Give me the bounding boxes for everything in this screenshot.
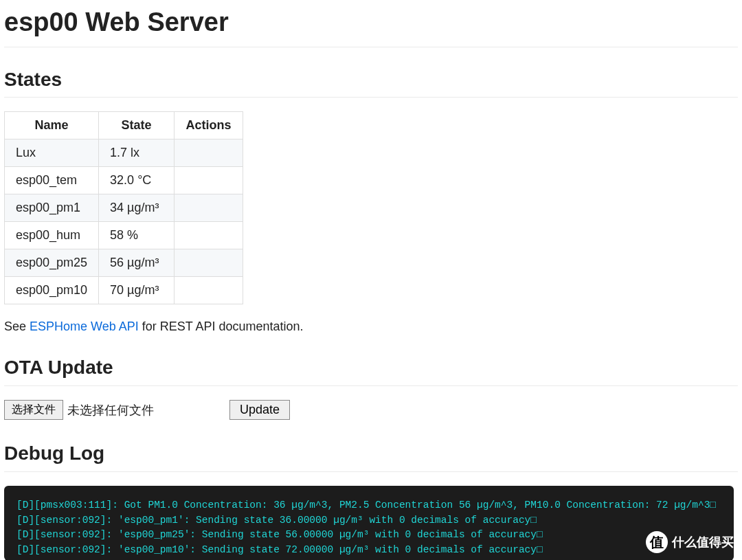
update-button[interactable]: Update — [229, 400, 290, 420]
states-cell-actions — [175, 194, 243, 222]
states-cell-name: esp00_pm10 — [5, 277, 99, 304]
states-cell-state: 70 µg/m³ — [99, 277, 175, 304]
log-line: [D][sensor:092]: 'esp00_pm1': Sending st… — [16, 513, 721, 528]
states-cell-name: esp00_pm25 — [5, 249, 99, 277]
states-cell-name: esp00_pm1 — [5, 194, 99, 222]
states-cell-actions — [175, 222, 243, 249]
states-cell-actions — [175, 139, 243, 167]
states-cell-name: Lux — [5, 139, 99, 167]
watermark: 值 什么值得买 — [646, 531, 734, 553]
states-header-actions: Actions — [175, 112, 243, 139]
file-chooser: 选择文件 未选择任何文件 — [4, 400, 154, 420]
table-row: esp00_hum58 % — [5, 222, 243, 249]
states-heading: States — [4, 61, 738, 98]
watermark-badge-icon: 值 — [646, 531, 668, 553]
file-status: 未选择任何文件 — [67, 402, 154, 418]
states-cell-name: esp00_tem — [5, 167, 99, 194]
states-cell-state: 1.7 lx — [99, 139, 175, 167]
api-note-suffix: for REST API documentation. — [139, 320, 304, 333]
log-line: [D][pmsx003:111]: Got PM1.0 Concentratio… — [16, 498, 721, 513]
table-row: esp00_tem32.0 °C — [5, 167, 243, 194]
page-title: esp00 Web Server — [4, 0, 738, 47]
debug-heading: Debug Log — [4, 435, 738, 472]
log-line: [D][sensor:092]: 'esp00_pm10': Sending s… — [16, 543, 721, 558]
states-cell-state: 34 µg/m³ — [99, 194, 175, 222]
api-link[interactable]: ESPHome Web API — [30, 320, 139, 333]
states-header-state: State — [99, 112, 175, 139]
states-cell-name: esp00_hum — [5, 222, 99, 249]
states-cell-state: 56 µg/m³ — [99, 249, 175, 277]
table-row: esp00_pm1070 µg/m³ — [5, 277, 243, 304]
choose-file-button[interactable]: 选择文件 — [4, 400, 63, 420]
states-cell-actions — [175, 277, 243, 304]
states-cell-state: 32.0 °C — [99, 167, 175, 194]
log-line: [D][sensor:092]: 'esp00_pm25': Sending s… — [16, 528, 721, 543]
states-cell-actions — [175, 249, 243, 277]
states-cell-actions — [175, 167, 243, 194]
table-row: esp00_pm134 µg/m³ — [5, 194, 243, 222]
table-row: esp00_pm2556 µg/m³ — [5, 249, 243, 277]
ota-heading: OTA Update — [4, 349, 738, 386]
table-row: Lux1.7 lx — [5, 139, 243, 167]
api-note: See ESPHome Web API for REST API documen… — [4, 320, 738, 334]
states-cell-state: 58 % — [99, 222, 175, 249]
states-table: Name State Actions Lux1.7 lxesp00_tem32.… — [4, 111, 243, 304]
ota-row: 选择文件 未选择任何文件 Update — [4, 400, 738, 420]
states-header-name: Name — [5, 112, 99, 139]
watermark-text: 什么值得买 — [672, 534, 734, 550]
api-note-prefix: See — [4, 320, 30, 333]
debug-log: [D][pmsx003:111]: Got PM1.0 Concentratio… — [4, 486, 734, 560]
